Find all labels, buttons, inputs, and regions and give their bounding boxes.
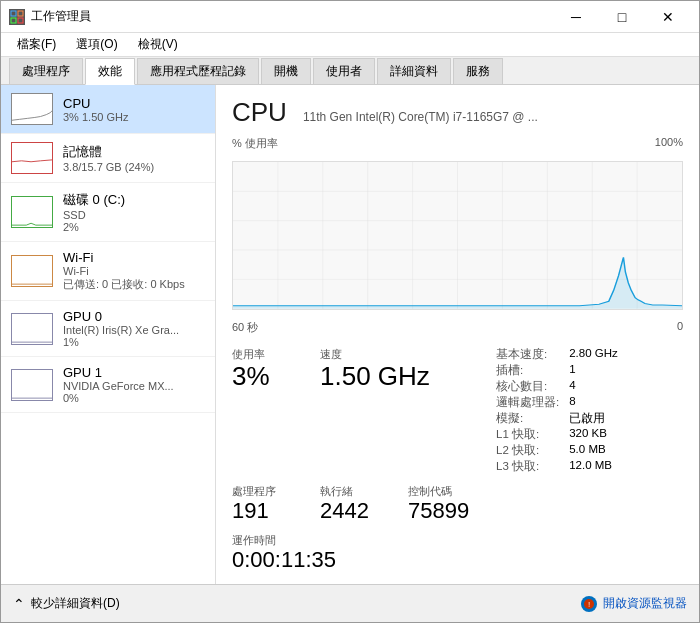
sidebar-info-disk: 磁碟 0 (C:) SSD 2% [63, 191, 205, 233]
menu-options[interactable]: 選項(O) [68, 34, 125, 55]
time-label: 60 秒 [232, 320, 258, 335]
stat-speed: 速度 1.50 GHz [320, 347, 480, 391]
svg-rect-2 [11, 18, 16, 23]
footer: ⌃ 較少詳細資料(D) ! 開啟資源監視器 [1, 584, 699, 622]
less-detail-label: 較少詳細資料(D) [31, 595, 120, 612]
sidebar-thumb-memory [11, 142, 53, 174]
logical-value: 8 [569, 395, 683, 410]
title-bar-text: 工作管理員 [31, 8, 91, 25]
svg-rect-0 [11, 11, 16, 16]
sidebar-info-cpu: CPU 3% 1.50 GHz [63, 96, 205, 123]
sidebar-info-wifi: Wi-Fi Wi-Fi 已傳送: 0 已接收: 0 Kbps [63, 250, 205, 292]
sidebar-item-wifi[interactable]: Wi-Fi Wi-Fi 已傳送: 0 已接收: 0 Kbps [1, 242, 215, 301]
l2-label: L2 快取: [496, 443, 559, 458]
title-bar: 工作管理員 ─ □ ✕ [1, 1, 699, 33]
sidebar-info-gpu0: GPU 0 Intel(R) Iris(R) Xe Gra... 1% [63, 309, 205, 348]
menu-bar: 檔案(F) 選項(O) 檢視(V) [1, 33, 699, 57]
sidebar-thumb-gpu0 [11, 313, 53, 345]
open-monitor-icon: ! [581, 596, 597, 612]
sidebar-sub-disk2: 2% [63, 221, 205, 233]
sidebar-sub-memory: 3.8/15.7 GB (24%) [63, 161, 205, 173]
l2-value: 5.0 MB [569, 443, 683, 458]
sidebar-info-memory: 記憶體 3.8/15.7 GB (24%) [63, 143, 205, 173]
chevron-up-icon: ⌃ [13, 596, 25, 612]
tab-processes[interactable]: 處理程序 [9, 58, 83, 84]
svg-rect-1 [18, 11, 23, 16]
threads-label: 執行緒 [320, 484, 400, 499]
uptime-section: 運作時間 0:00:11:35 [232, 533, 683, 572]
slots-value: 1 [569, 363, 683, 378]
tab-app-history[interactable]: 應用程式歷程記錄 [137, 58, 259, 84]
processes-label: 處理程序 [232, 484, 312, 499]
handles-label: 控制代碼 [408, 484, 508, 499]
sidebar-item-disk[interactable]: 磁碟 0 (C:) SSD 2% [1, 183, 215, 242]
sidebar-sub-cpu: 3% 1.50 GHz [63, 111, 205, 123]
cores-label: 核心數目: [496, 379, 559, 394]
sidebar-sub-gpu0-2: 1% [63, 336, 205, 348]
sidebar-sub-disk1: SSD [63, 209, 205, 221]
sidebar-title-cpu: CPU [63, 96, 205, 111]
tab-startup[interactable]: 開機 [261, 58, 311, 84]
sidebar-title-gpu0: GPU 0 [63, 309, 205, 324]
sidebar: CPU 3% 1.50 GHz 記憶體 3.8/15.7 GB (24%) [1, 85, 216, 584]
handles-value: 75899 [408, 499, 508, 523]
sidebar-thumb-disk [11, 196, 53, 228]
virtualization-label: 模擬: [496, 411, 559, 426]
sidebar-title-disk: 磁碟 0 (C:) [63, 191, 205, 209]
sidebar-title-wifi: Wi-Fi [63, 250, 205, 265]
maximize-button[interactable]: □ [599, 1, 645, 33]
sidebar-item-gpu0[interactable]: GPU 0 Intel(R) Iris(R) Xe Gra... 1% [1, 301, 215, 357]
sidebar-sub-wifi1: Wi-Fi [63, 265, 205, 277]
app-icon [9, 9, 25, 25]
right-panel: CPU 11th Gen Intel(R) Core(TM) i7-1165G7… [216, 85, 699, 584]
menu-view[interactable]: 檢視(V) [130, 34, 186, 55]
menu-file[interactable]: 檔案(F) [9, 34, 64, 55]
speed-value: 1.50 GHz [320, 362, 480, 391]
stat-threads: 執行緒 2442 [320, 484, 400, 523]
tab-bar: 處理程序 效能 應用程式歷程記錄 開機 使用者 詳細資料 服務 [1, 57, 699, 85]
sidebar-thumb-cpu [11, 93, 53, 125]
sidebar-thumb-wifi [11, 255, 53, 287]
usage-label-stat: 使用率 [232, 347, 312, 362]
l3-value: 12.0 MB [569, 459, 683, 474]
tab-services[interactable]: 服務 [453, 58, 503, 84]
minimize-button[interactable]: ─ [553, 1, 599, 33]
sidebar-item-cpu[interactable]: CPU 3% 1.50 GHz [1, 85, 215, 134]
sidebar-title-gpu1: GPU 1 [63, 365, 205, 380]
right-stats: 基本速度: 2.80 GHz 插槽: 1 核心數目: 4 邏輯處理器: 8 模擬… [488, 347, 683, 474]
tab-details[interactable]: 詳細資料 [377, 58, 451, 84]
max-label: 100% [655, 136, 683, 151]
l3-label: L3 快取: [496, 459, 559, 474]
sidebar-info-gpu1: GPU 1 NVIDIA GeForce MX... 0% [63, 365, 205, 404]
svg-text:!: ! [588, 600, 590, 609]
main-window: 工作管理員 ─ □ ✕ 檔案(F) 選項(O) 檢視(V) 處理程序 效能 應用… [0, 0, 700, 623]
uptime-value: 0:00:11:35 [232, 548, 683, 572]
threads-value: 2442 [320, 499, 400, 523]
less-detail-button[interactable]: ⌃ 較少詳細資料(D) [13, 595, 120, 612]
sidebar-sub-wifi2: 已傳送: 0 已接收: 0 Kbps [63, 277, 205, 292]
sidebar-item-gpu1[interactable]: GPU 1 NVIDIA GeForce MX... 0% [1, 357, 215, 413]
stat-handles: 控制代碼 75899 [408, 484, 508, 523]
virtualization-value: 已啟用 [569, 411, 683, 426]
base-speed-value: 2.80 GHz [569, 347, 683, 362]
open-monitor-button[interactable]: 開啟資源監視器 [603, 595, 687, 612]
sidebar-title-memory: 記憶體 [63, 143, 205, 161]
panel-header: CPU 11th Gen Intel(R) Core(TM) i7-1165G7… [232, 97, 683, 128]
speed-label: 速度 [320, 347, 480, 362]
title-bar-left: 工作管理員 [9, 8, 91, 25]
stats-row2: 處理程序 191 執行緒 2442 控制代碼 75899 [232, 484, 683, 523]
l1-value: 320 KB [569, 427, 683, 442]
stat-processes: 處理程序 191 [232, 484, 312, 523]
tab-performance[interactable]: 效能 [85, 58, 135, 85]
l1-label: L1 快取: [496, 427, 559, 442]
logical-label: 邏輯處理器: [496, 395, 559, 410]
svg-rect-3 [18, 18, 23, 23]
footer-right-group: ! 開啟資源監視器 [581, 595, 687, 612]
close-button[interactable]: ✕ [645, 1, 691, 33]
sidebar-thumb-gpu1 [11, 369, 53, 401]
sidebar-sub-gpu0-1: Intel(R) Iris(R) Xe Gra... [63, 324, 205, 336]
panel-subtitle: 11th Gen Intel(R) Core(TM) i7-1165G7 @ .… [303, 110, 538, 124]
usage-label-row: % 使用率 100% [232, 136, 683, 151]
tab-users[interactable]: 使用者 [313, 58, 375, 84]
sidebar-item-memory[interactable]: 記憶體 3.8/15.7 GB (24%) [1, 134, 215, 183]
